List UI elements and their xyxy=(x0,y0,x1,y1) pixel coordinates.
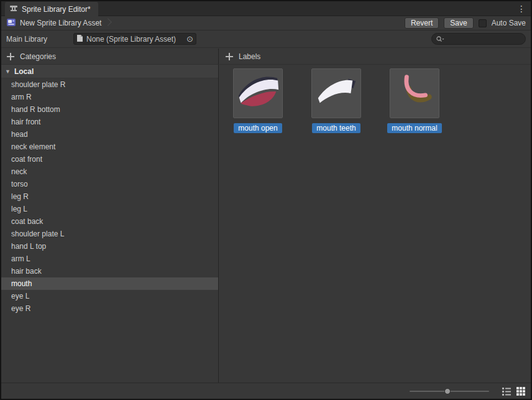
sprite-label-mouth-teeth[interactable]: mouth teeth xyxy=(312,123,360,133)
search-field[interactable] xyxy=(431,33,526,45)
save-button[interactable]: Save xyxy=(444,17,473,29)
main-library-label: Main Library xyxy=(6,35,68,44)
category-item-torso[interactable]: torso xyxy=(1,178,218,190)
bottom-bar xyxy=(1,383,531,399)
category-item-hair-front[interactable]: hair front xyxy=(1,116,218,128)
view-mode-icons xyxy=(502,386,526,396)
object-picker-icon[interactable]: ⊙ xyxy=(186,35,193,43)
asset-file-icon xyxy=(76,34,83,44)
breadcrumb-chevron-icon xyxy=(105,19,110,27)
add-label-icon[interactable] xyxy=(225,52,234,61)
sprite-label-mouth-normal[interactable]: mouth normal xyxy=(387,123,441,133)
list-view-icon[interactable] xyxy=(502,386,511,396)
grid-view-icon[interactable] xyxy=(516,386,526,396)
sprite-thumbnail-mouth-normal[interactable] xyxy=(390,68,439,118)
thumbnail-size-slider[interactable] xyxy=(410,391,489,392)
sprite-card-mouth-teeth[interactable]: mouth teeth xyxy=(308,68,365,133)
category-item-neck[interactable]: neck xyxy=(1,165,218,178)
category-item-shoulder-plate-l[interactable]: shoulder plate L xyxy=(1,228,218,240)
labels-header: Labels xyxy=(219,49,531,65)
slider-thumb[interactable] xyxy=(444,388,451,394)
main-library-object-field[interactable]: None (Sprite Library Asset) ⊙ xyxy=(73,33,196,45)
sprite-cards: mouth open mouth teeth xyxy=(229,68,443,133)
toolbar-right-group: Revert Save Auto Save xyxy=(405,17,531,29)
asset-name: New Sprite Library Asset xyxy=(20,19,101,27)
sprite-library-editor-window: Sprite Library Editor* ⋮ New Sprite Libr… xyxy=(0,0,532,400)
sprite-library-editor-icon xyxy=(9,4,18,14)
category-item-shoulder-plate-r[interactable]: shoulder plate R xyxy=(1,78,218,91)
add-category-icon[interactable] xyxy=(6,52,15,61)
panel-headers: Categories Labels xyxy=(1,49,531,65)
categories-title: Categories xyxy=(20,52,56,61)
auto-save-checkbox[interactable] xyxy=(479,19,487,27)
search-icon xyxy=(436,35,444,43)
toolbar: New Sprite Library Asset Revert Save Aut… xyxy=(1,16,531,30)
category-item-arm-l[interactable]: arm L xyxy=(1,253,218,265)
search-input[interactable] xyxy=(444,35,521,44)
auto-save-label: Auto Save xyxy=(492,19,526,27)
object-field-value: None (Sprite Library Asset) xyxy=(86,35,183,44)
category-item-hand-l-top[interactable]: hand L top xyxy=(1,240,218,253)
foldout-triangle-icon[interactable]: ▼ xyxy=(5,68,11,75)
category-item-neck-element[interactable]: neck element xyxy=(1,141,218,153)
tab-bar: Sprite Library Editor* ⋮ xyxy=(1,1,531,16)
sprite-thumbnail-mouth-open[interactable] xyxy=(233,68,283,118)
sprite-card-mouth-open[interactable]: mouth open xyxy=(229,68,287,133)
category-item-hand-r-bottom[interactable]: hand R bottom xyxy=(1,103,218,116)
sprite-label-mouth-open[interactable]: mouth open xyxy=(234,123,282,133)
tab-title: Sprite Library Editor* xyxy=(22,5,91,14)
category-item-eye-r[interactable]: eye R xyxy=(1,302,218,315)
labels-title: Labels xyxy=(239,52,260,61)
asset-breadcrumb-button[interactable]: New Sprite Library Asset xyxy=(1,16,105,30)
sprite-thumbnail-mouth-teeth[interactable] xyxy=(311,68,361,118)
category-item-mouth[interactable]: mouth xyxy=(1,277,218,290)
tab-sprite-library-editor[interactable]: Sprite Library Editor* xyxy=(5,2,98,16)
window-menu-kebab-icon[interactable]: ⋮ xyxy=(516,1,527,16)
category-item-head[interactable]: head xyxy=(1,128,218,141)
revert-button[interactable]: Revert xyxy=(405,17,439,29)
category-item-arm-r[interactable]: arm R xyxy=(1,91,218,103)
category-item-eye-l[interactable]: eye L xyxy=(1,290,218,302)
main-library-row: Main Library None (Sprite Library Asset)… xyxy=(1,30,531,48)
labels-panel: mouth open mouth teeth xyxy=(219,65,531,383)
category-item-hair-back[interactable]: hair back xyxy=(1,265,218,277)
category-item-coat-back[interactable]: coat back xyxy=(1,215,218,228)
sprite-card-mouth-normal[interactable]: mouth normal xyxy=(386,68,443,133)
category-item-leg-l[interactable]: leg L xyxy=(1,203,218,215)
category-item-leg-r[interactable]: leg R xyxy=(1,190,218,203)
local-group-label: Local xyxy=(14,67,34,76)
local-group-foldout[interactable]: ▼ Local xyxy=(1,65,218,78)
categories-panel: ▼ Local shoulder plate R arm R hand R bo… xyxy=(1,65,219,383)
categories-header: Categories xyxy=(1,49,219,65)
sprite-library-asset-icon xyxy=(6,17,16,29)
category-item-coat-front[interactable]: coat front xyxy=(1,153,218,165)
